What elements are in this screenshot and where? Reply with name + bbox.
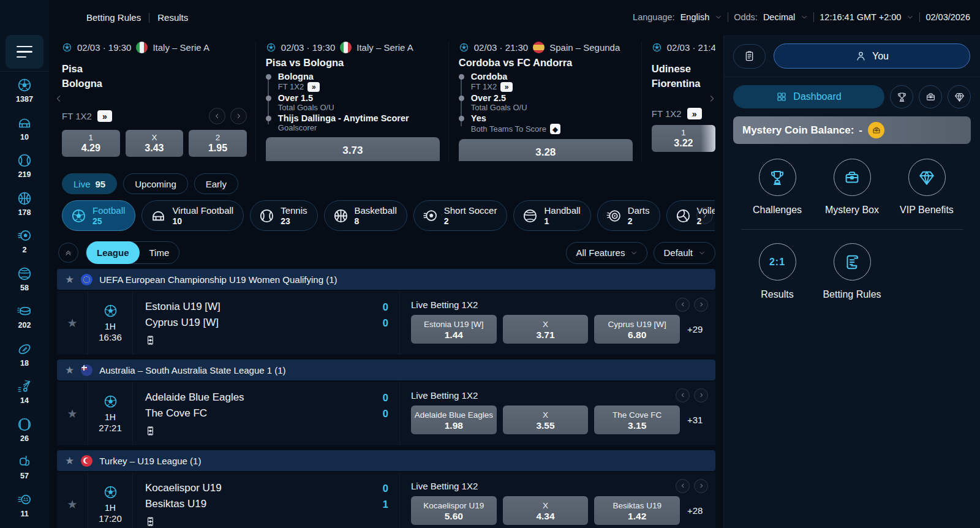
- list-controls: League Time All Features Default: [58, 241, 715, 264]
- betslip-button[interactable]: [733, 44, 766, 69]
- card-prev-button[interactable]: [209, 108, 225, 124]
- league-header[interactable]: ★ Turkey – U19 League (1): [57, 450, 715, 471]
- chip-football[interactable]: Football 25: [62, 200, 135, 231]
- featured-combo-card: 02/03 · 19:30 Italy – Serie A Pisa vs Bo…: [255, 41, 448, 161]
- tab-dashboard[interactable]: Dashboard: [733, 85, 884, 108]
- pitch-stats-icon[interactable]: [145, 516, 156, 527]
- sidebar-sport-baseball[interactable]: 26: [0, 411, 49, 449]
- hamburger-menu-button[interactable]: [6, 35, 43, 69]
- favorite-star-icon[interactable]: ★: [65, 456, 74, 466]
- odds-label: 2: [216, 133, 221, 143]
- features-dropdown[interactable]: All Features: [566, 242, 647, 264]
- combo-leg: Bologna FT 1X2 »: [278, 72, 440, 92]
- odds-button[interactable]: Estonia U19 [W] 1.44: [411, 315, 497, 344]
- pitch-stats-icon[interactable]: [145, 335, 156, 345]
- odds-button[interactable]: Cyprus U19 [W] 6.80: [594, 315, 680, 344]
- favorite-star-icon[interactable]: ★: [57, 382, 88, 445]
- pitch-stats-icon[interactable]: [145, 426, 156, 436]
- more-markets-link[interactable]: +29: [687, 324, 708, 334]
- combo-odds-button[interactable]: 3.28: [459, 139, 633, 161]
- chip-darts[interactable]: Darts 2: [597, 200, 660, 231]
- chip-handball[interactable]: Handball 1: [513, 200, 590, 231]
- tab-live[interactable]: Live 95: [62, 173, 117, 194]
- sidebar-sport-virtual-football[interactable]: 10: [0, 110, 49, 148]
- chevron-down-icon[interactable]: [907, 13, 914, 21]
- market-next-button[interactable]: [694, 388, 708, 402]
- market-prev-button[interactable]: [676, 479, 690, 493]
- sidebar-sport-basketball[interactable]: 178: [0, 185, 49, 223]
- favorite-star-icon[interactable]: ★: [57, 472, 88, 528]
- virtual-football-icon: [17, 115, 32, 131]
- odds-button[interactable]: 1 3.22: [652, 125, 715, 152]
- tab-vip-benefits[interactable]: [948, 85, 971, 108]
- favorite-star-icon[interactable]: ★: [65, 274, 74, 285]
- chevron-down-icon[interactable]: [801, 13, 808, 21]
- league-header[interactable]: ★ Australia – South Australia State Leag…: [57, 360, 715, 380]
- sidebar-sport-short-soccer[interactable]: 2: [0, 222, 49, 260]
- odds-button[interactable]: X 3.55: [503, 405, 589, 434]
- chips-scroll-next-button[interactable]: [696, 208, 713, 224]
- betting-rules-link[interactable]: Betting Rules: [86, 12, 141, 23]
- language-value[interactable]: English: [680, 12, 710, 22]
- match-teams[interactable]: Estonia U19 [W] Cyprus U19 [W] 0 0: [133, 291, 400, 355]
- shortcut-betting-rules[interactable]: Betting Rules: [815, 243, 889, 314]
- card-next-button[interactable]: [230, 108, 247, 124]
- match-teams[interactable]: Adelaide Blue Eagles The Cove FC 0 0: [133, 382, 400, 445]
- odds-button[interactable]: Besiktas U19 1.42: [594, 496, 680, 525]
- chip-virtual-football[interactable]: Virtual Football 10: [141, 200, 244, 231]
- match-teams[interactable]: Kocaelispor U19 Besiktas U19 0 1: [133, 472, 400, 528]
- shortcut-challenges[interactable]: Challenges: [740, 159, 815, 229]
- market-next-button[interactable]: [694, 479, 708, 493]
- odds-button[interactable]: X 4.34: [503, 496, 589, 525]
- chip-tennis[interactable]: Tennis 23: [250, 200, 317, 231]
- sidebar-sport-rugby[interactable]: 18: [0, 336, 49, 374]
- market-next-button[interactable]: [694, 298, 708, 312]
- chip-short-soccer[interactable]: Short Soccer 2: [413, 200, 508, 231]
- chevron-down-icon[interactable]: [715, 13, 722, 21]
- sidebar-sport-football[interactable]: 1387: [0, 72, 49, 110]
- odds-button[interactable]: The Cove FC 3.15: [594, 405, 680, 434]
- home-score: 0: [372, 390, 388, 405]
- odds-button[interactable]: X 3.71: [503, 315, 589, 344]
- sport-count: 10: [20, 133, 29, 141]
- tab-early[interactable]: Early: [194, 173, 238, 194]
- more-markets-link[interactable]: +28: [687, 505, 708, 516]
- sidebar-sport-badminton[interactable]: 14: [0, 373, 49, 411]
- combo-odds-button[interactable]: 3.73: [266, 137, 440, 161]
- odds-button[interactable]: Adelaide Blue Eagles 1.98: [411, 405, 497, 434]
- group-by-league-tab[interactable]: League: [86, 241, 140, 264]
- odds-button[interactable]: 2 1.95: [189, 130, 247, 157]
- sort-dropdown[interactable]: Default: [654, 242, 715, 264]
- tab-mystery-box[interactable]: [919, 85, 942, 108]
- market-prev-button[interactable]: [676, 298, 690, 312]
- you-account-button[interactable]: You: [774, 43, 970, 69]
- favorite-star-icon[interactable]: ★: [65, 365, 74, 375]
- league-header[interactable]: ★ UEFA European Championship U19 Women Q…: [57, 269, 715, 290]
- sidebar-sport-tennis[interactable]: 219: [0, 147, 49, 185]
- odds-value: 1.95: [208, 143, 227, 154]
- sidebar-sport-golf[interactable]: 11: [0, 486, 49, 524]
- odds-button[interactable]: X 3.43: [126, 130, 184, 157]
- shortcut-results[interactable]: 2:1 Results: [740, 243, 815, 314]
- sidebar-sport-handball[interactable]: 58: [0, 260, 49, 298]
- more-markets-link[interactable]: +31: [687, 415, 708, 425]
- tab-challenges[interactable]: [890, 85, 913, 108]
- results-link[interactable]: Results: [157, 12, 188, 23]
- group-by-time-tab[interactable]: Time: [140, 247, 179, 258]
- match-row: ★ 1H 17:20 Kocaelispor U19 Besiktas U19 …: [57, 472, 715, 528]
- sidebar-sport-cycling[interactable]: 1: [0, 524, 49, 528]
- odds-button[interactable]: Kocaelispor U19 5.60: [411, 496, 497, 525]
- combo-legs: Cordoba FT 1X2 » Over 2.5 Total Goals O/…: [459, 72, 633, 134]
- odds-format-value[interactable]: Decimal: [763, 12, 795, 22]
- favorite-star-icon[interactable]: ★: [57, 291, 88, 355]
- collapse-all-button[interactable]: [58, 243, 78, 263]
- chip-basketball[interactable]: Basketball 8: [324, 200, 407, 231]
- shortcut-mystery-box[interactable]: Mystery Box: [815, 159, 889, 229]
- shortcut-vip-benefits[interactable]: VIP Benefits: [889, 159, 964, 229]
- market-prev-button[interactable]: [676, 388, 690, 402]
- odds-button[interactable]: 1 4.29: [62, 130, 120, 157]
- tab-upcoming[interactable]: Upcoming: [123, 173, 188, 194]
- sidebar-sport-ice-hockey[interactable]: 202: [0, 298, 49, 336]
- top-settings: Language: English Odds: Decimal 12:16:41…: [633, 12, 970, 22]
- sidebar-sport-boxing[interactable]: 57: [0, 448, 49, 486]
